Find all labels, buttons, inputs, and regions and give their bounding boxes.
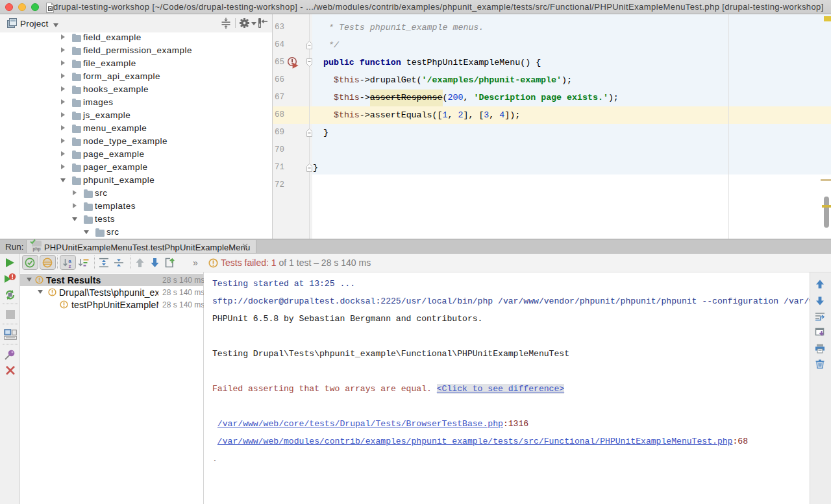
svg-text:z: z — [69, 263, 71, 269]
svg-text:php: php — [33, 246, 41, 252]
